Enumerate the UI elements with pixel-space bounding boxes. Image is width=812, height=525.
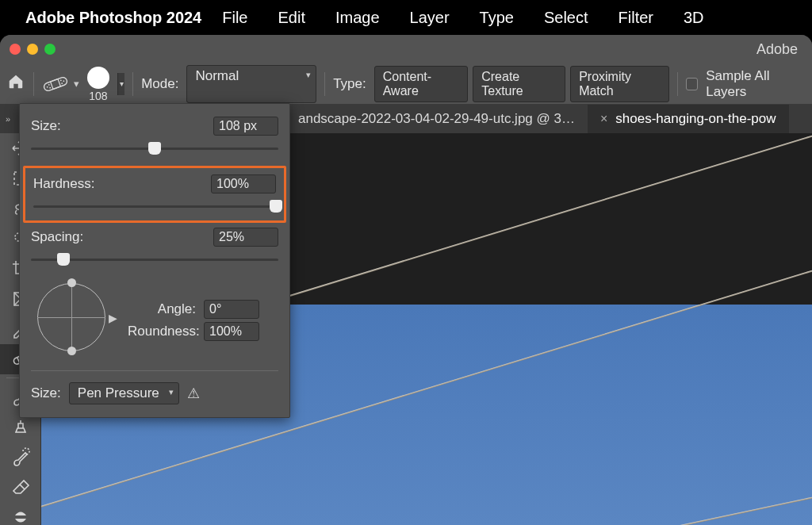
hardness-highlight: Hardness: (23, 166, 286, 223)
slider-thumb[interactable] (270, 200, 282, 213)
brush-preset-picker[interactable]: 108 (87, 67, 109, 102)
svg-point-6 (61, 82, 63, 83)
menu-edit[interactable]: Edit (278, 9, 304, 27)
menu-select[interactable]: Select (544, 9, 588, 27)
roundness-label: Roundness: (128, 324, 196, 339)
app-name[interactable]: Adobe Photoshop 2024 (25, 9, 201, 27)
window-controls (10, 44, 56, 55)
type-label: Type: (333, 76, 366, 92)
slider-thumb[interactable] (148, 142, 161, 155)
svg-point-4 (49, 86, 51, 88)
hardness-label: Hardness: (33, 176, 94, 192)
mode-value: Normal (195, 68, 239, 83)
size-dynamics-value: Pen Pressure (78, 385, 159, 400)
collapse-toolbox-icon[interactable]: » (0, 105, 16, 133)
type-proximity-match[interactable]: Proximity Match (570, 66, 669, 102)
svg-point-2 (46, 86, 48, 87)
chevron-down-icon: ▾ (169, 387, 174, 397)
close-tab-icon[interactable]: × (600, 112, 607, 126)
window-title: Adobe (756, 41, 798, 58)
sample-all-layers-label: Sample All Layers (706, 68, 806, 100)
hardness-slider[interactable] (33, 200, 276, 213)
divider (33, 72, 34, 96)
size-slider[interactable] (31, 142, 278, 155)
hardness-input[interactable] (211, 174, 276, 194)
mode-label: Mode: (141, 76, 178, 92)
tool-gradient[interactable] (0, 502, 40, 525)
image-power-wire (374, 458, 812, 525)
spacing-slider[interactable] (31, 253, 278, 266)
spot-healing-brush-icon (42, 76, 69, 92)
svg-rect-0 (43, 77, 68, 91)
zoom-window-button[interactable] (44, 44, 56, 55)
menu-3d[interactable]: 3D (684, 9, 704, 27)
angle-arrow-icon: ▶ (109, 312, 117, 324)
svg-point-5 (60, 79, 62, 81)
tool-eraser[interactable] (0, 472, 40, 502)
svg-point-7 (63, 80, 64, 82)
angle-input[interactable] (204, 300, 259, 319)
minimize-window-button[interactable] (27, 44, 38, 55)
chevron-down-icon: ▾ (74, 78, 79, 90)
menu-filter[interactable]: Filter (619, 9, 653, 27)
svg-point-3 (48, 83, 50, 85)
brush-settings-popover: Size: Hardness: Spacing: ▶ Angle: (19, 103, 290, 418)
size-dynamics-label: Size: (31, 385, 61, 401)
divider (132, 72, 133, 96)
angle-label: Angle: (128, 301, 196, 317)
brush-preset-chevron-icon[interactable]: ▾ (117, 73, 124, 95)
size-dynamics-select[interactable]: Pen Pressure ▾ (69, 382, 179, 404)
menu-type[interactable]: Type (480, 9, 514, 27)
size-label: Size: (31, 118, 61, 134)
warning-icon: ⚠︎ (187, 385, 200, 402)
tool-history-brush[interactable] (0, 442, 40, 472)
menu-file[interactable]: File (222, 9, 247, 27)
divider (324, 72, 325, 96)
svg-rect-1 (51, 79, 61, 89)
angle-handle[interactable] (67, 347, 76, 355)
brush-size-readout: 108 (89, 90, 107, 102)
divider (677, 72, 678, 96)
type-segmented: Content-Aware Create Texture Proximity M… (374, 66, 670, 102)
mac-menubar: Adobe Photoshop 2024 File Edit Image Lay… (0, 0, 812, 35)
menu-image[interactable]: Image (335, 9, 380, 27)
type-content-aware[interactable]: Content-Aware (374, 66, 469, 102)
sample-all-layers-checkbox[interactable] (686, 78, 698, 90)
slider-thumb[interactable] (57, 253, 70, 266)
document-tab[interactable]: andscape-2022-03-04-02-29-49-utc.jpg @ 3… (285, 105, 588, 133)
brush-preview-icon (87, 67, 109, 89)
chevron-down-icon: ▾ (306, 70, 311, 80)
menu-layer[interactable]: Layer (410, 9, 450, 27)
options-bar: ▾ 108 ▾ Mode: Normal ▾ xxxxxxxxx Type: C… (0, 63, 812, 105)
spacing-input[interactable] (213, 228, 278, 247)
document-tab-active[interactable]: × shoes-hanging-on-the-pow (588, 105, 789, 133)
brush-angle-widget[interactable]: ▶ (31, 277, 118, 364)
mode-select[interactable]: Normal ▾ xxxxxxxxx (186, 65, 316, 103)
close-window-button[interactable] (10, 44, 21, 55)
tab-label: shoes-hanging-on-the-pow (615, 111, 776, 127)
current-tool-spot-healing[interactable]: ▾ (42, 76, 79, 92)
tab-label: andscape-2022-03-04-02-29-49-utc.jpg @ 3… (298, 111, 575, 127)
spacing-label: Spacing: (31, 229, 83, 245)
roundness-input[interactable] (204, 322, 259, 341)
type-create-texture[interactable]: Create Texture (473, 66, 565, 102)
angle-handle[interactable] (67, 278, 76, 287)
home-icon[interactable] (6, 73, 25, 94)
window-titlebar: Adobe (0, 35, 812, 63)
size-input[interactable] (213, 117, 278, 136)
